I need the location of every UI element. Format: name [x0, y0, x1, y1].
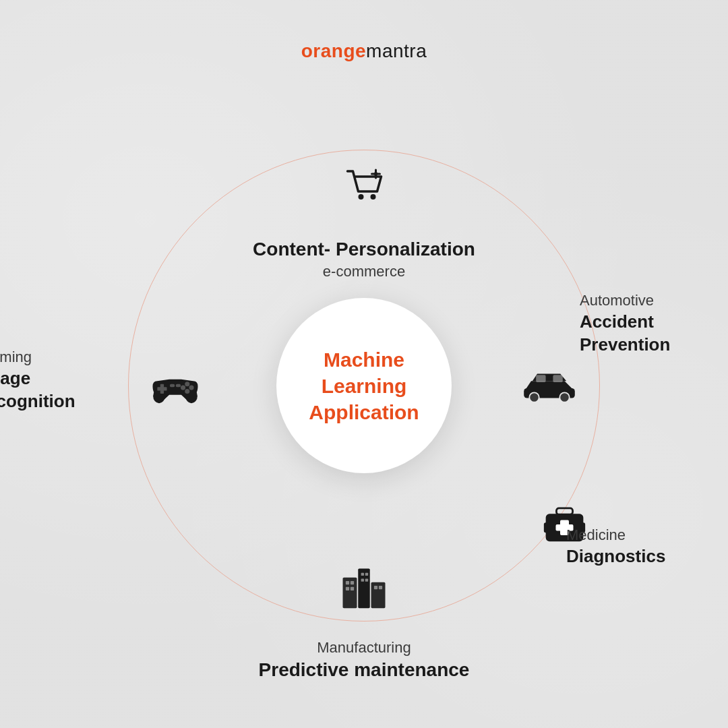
bottom-right-label-normal: Medicine — [566, 526, 626, 543]
car-icon-position — [519, 369, 580, 402]
svg-rect-17 — [346, 581, 349, 584]
svg-rect-16 — [371, 582, 386, 609]
top-label-bold: Content- Personalization — [253, 237, 475, 262]
svg-rect-23 — [361, 579, 364, 582]
svg-rect-20 — [351, 587, 354, 590]
svg-point-34 — [185, 389, 189, 394]
svg-point-1 — [371, 194, 376, 200]
logo: orangemantra — [301, 40, 427, 62]
car-icon — [519, 369, 580, 402]
label-top: Content- Personalization e-commerce — [253, 237, 475, 281]
bottom-right-label-bold: Diagnostics — [566, 545, 721, 568]
svg-point-4 — [529, 393, 539, 402]
label-bottom: Manufacturing Predictive maintenance — [259, 638, 470, 682]
svg-point-31 — [185, 382, 189, 387]
diagram: Machine Learning Application Content- Pe… — [128, 150, 600, 621]
svg-rect-7 — [553, 375, 562, 383]
gamepad-icon-position — [148, 365, 202, 406]
svg-rect-30 — [157, 388, 166, 391]
center-text: Machine Learning Application — [309, 346, 419, 425]
label-right: Automotive Accident Prevention — [580, 291, 728, 356]
logo-orange: orange — [301, 40, 366, 61]
cart-icon-position — [342, 163, 386, 207]
svg-point-32 — [189, 386, 193, 390]
svg-rect-36 — [176, 384, 181, 387]
svg-rect-8 — [556, 508, 572, 514]
label-left: Gaming Image recognition — [0, 348, 115, 413]
building-icon-position — [340, 564, 388, 611]
building-icon — [340, 564, 388, 611]
svg-rect-26 — [379, 586, 382, 589]
svg-rect-12 — [544, 523, 548, 533]
logo-black: mantra — [366, 40, 427, 61]
cart-icon — [342, 163, 386, 207]
svg-point-5 — [559, 393, 569, 402]
svg-rect-14 — [343, 578, 357, 609]
svg-rect-35 — [170, 384, 175, 387]
top-label-normal: e-commerce — [253, 262, 475, 282]
svg-rect-22 — [365, 573, 368, 576]
svg-rect-6 — [536, 375, 545, 383]
svg-rect-19 — [346, 587, 349, 590]
svg-rect-25 — [374, 586, 377, 589]
bottom-label-normal: Manufacturing — [317, 639, 411, 656]
svg-rect-18 — [351, 581, 354, 584]
svg-point-0 — [359, 194, 364, 200]
right-label-bold: Accident Prevention — [580, 311, 728, 357]
bottom-label-bold: Predictive maintenance — [259, 658, 470, 682]
svg-point-33 — [181, 386, 185, 390]
left-label-bold: Image recognition — [0, 367, 115, 413]
svg-rect-24 — [365, 579, 368, 582]
gamepad-icon — [148, 365, 202, 406]
svg-rect-21 — [361, 573, 364, 576]
svg-point-2 — [374, 172, 378, 176]
left-label-normal: Gaming — [0, 348, 32, 365]
center-circle: Machine Learning Application — [276, 298, 452, 473]
right-label-normal: Automotive — [580, 292, 654, 309]
label-bottom-right: Medicine Diagnostics — [566, 526, 721, 568]
